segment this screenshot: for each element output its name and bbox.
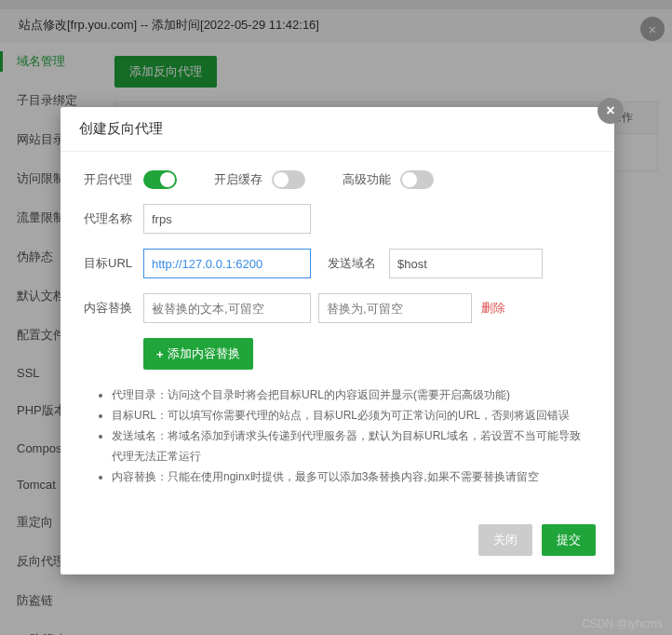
close-icon[interactable]: × [598, 98, 624, 124]
help-item: 内容替换：只能在使用nginx时提供，最多可以添加3条替换内容,如果不需要替换请… [112, 466, 591, 487]
enable-proxy-toggle[interactable] [143, 170, 177, 189]
add-replace-label: 添加内容替换 [168, 345, 240, 362]
submit-button[interactable]: 提交 [542, 524, 596, 556]
target-url-input[interactable] [143, 249, 311, 278]
add-replace-button[interactable]: +添加内容替换 [143, 338, 253, 370]
proxy-name-input[interactable] [143, 204, 311, 234]
watermark: CSDN @lyhcms [582, 617, 663, 630]
target-url-label: 目标URL [84, 255, 143, 272]
enable-cache-label: 开启缓存 [214, 171, 262, 188]
proxy-name-label: 代理名称 [84, 210, 143, 227]
help-item: 发送域名：将域名添加到请求头传递到代理服务器，默认为目标URL域名，若设置不当可… [112, 426, 591, 466]
close-button[interactable]: 关闭 [478, 524, 532, 556]
delete-link[interactable]: 删除 [481, 300, 505, 317]
enable-proxy-label: 开启代理 [84, 171, 143, 188]
dialog: × 创建反向代理 开启代理 开启缓存 高级功能 代理名称 目标URL 发送域名 … [60, 107, 614, 574]
advanced-toggle[interactable] [400, 170, 434, 189]
replace-to-input[interactable] [318, 293, 472, 323]
enable-cache-toggle[interactable] [272, 170, 305, 189]
replace-label: 内容替换 [84, 300, 143, 317]
replace-from-input[interactable] [143, 293, 311, 323]
help-item: 目标URL：可以填写你需要代理的站点，目标URL必须为可正常访问的URL，否则将… [112, 405, 591, 426]
help-item: 代理目录：访问这个目录时将会把目标URL的内容返回并显示(需要开启高级功能) [112, 385, 591, 405]
send-domain-label: 发送域名 [328, 255, 380, 272]
help-list: 代理目录：访问这个目录时将会把目标URL的内容返回并显示(需要开启高级功能) 目… [84, 385, 591, 487]
plus-icon: + [156, 347, 164, 361]
dialog-title: 创建反向代理 [60, 107, 614, 152]
send-domain-input[interactable] [389, 249, 543, 278]
advanced-label: 高级功能 [343, 171, 391, 188]
